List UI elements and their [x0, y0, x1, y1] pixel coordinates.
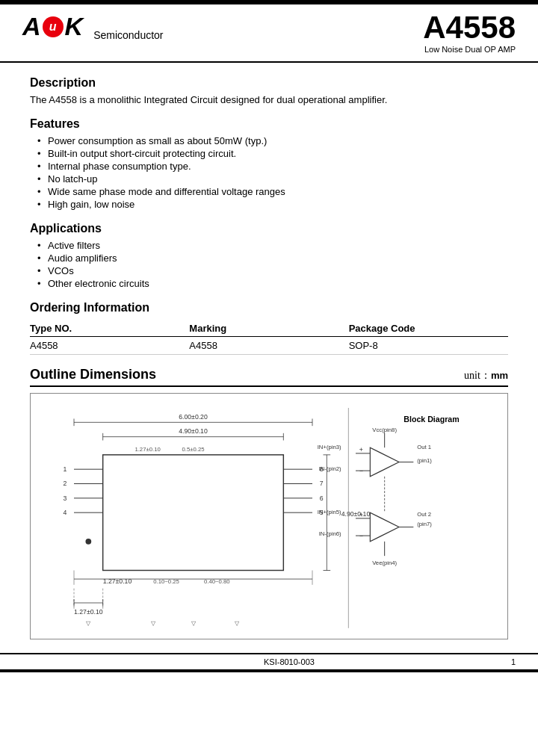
svg-text:Block Diagram: Block Diagram: [404, 415, 459, 424]
diagram-svg: 4.90±0.10 6.00±0.20 4.90±0.10 1.27±0.10: [31, 394, 507, 639]
svg-text:1.27±0.10: 1.27±0.10: [103, 577, 132, 585]
list-item: Built-in output short-circuit protecting…: [37, 148, 508, 159]
cell-package: SOP-8: [349, 337, 508, 355]
svg-text:Vee(pin4): Vee(pin4): [372, 560, 397, 566]
list-item: Wide same phase mode and differential vo…: [37, 186, 508, 197]
logo-letter-k: K: [65, 12, 84, 41]
footer: KSI-8010-003 1: [0, 653, 538, 669]
svg-text:−: −: [359, 532, 363, 539]
svg-text:▽: ▽: [151, 620, 156, 627]
svg-text:2: 2: [63, 480, 67, 487]
svg-text:1: 1: [63, 465, 67, 473]
svg-text:(pin7): (pin7): [417, 521, 432, 527]
features-list: Power consumption as small as about 50mW…: [30, 135, 508, 210]
applications-title: Applications: [30, 222, 508, 235]
svg-point-35: [85, 539, 91, 545]
svg-rect-0: [103, 455, 284, 571]
col-type: Type NO.: [30, 320, 189, 337]
logo-semiconductor: Semiconductor: [93, 29, 163, 41]
svg-text:Out 2: Out 2: [417, 511, 431, 518]
features-title: Features: [30, 117, 508, 131]
svg-text:IN-(pin6): IN-(pin6): [319, 530, 341, 537]
svg-text:IN+(pin3): IN+(pin3): [318, 444, 341, 450]
part-subtitle: Low Noise Dual OP AMP: [423, 45, 516, 54]
logo-letter-a: A: [22, 12, 41, 41]
diagram-box: 4.90±0.10 6.00±0.20 4.90±0.10 1.27±0.10: [30, 393, 508, 639]
bottom-border: [0, 669, 538, 672]
svg-text:Vcc(pin8): Vcc(pin8): [372, 427, 397, 433]
svg-text:IN+(pin5): IN+(pin5): [318, 509, 341, 515]
description-text: The A4558 is a monolithic Integrated Cir…: [30, 94, 508, 105]
part-number: A4558: [423, 12, 516, 43]
unit-label: unit：: [464, 370, 491, 381]
svg-text:0.10~0.25: 0.10~0.25: [153, 578, 179, 585]
svg-text:▽: ▽: [191, 620, 197, 627]
outline-header: Outline Dimensions unit：mm: [30, 367, 508, 387]
svg-text:IN-(pin2): IN-(pin2): [319, 465, 341, 472]
logo: A u K: [22, 12, 83, 41]
header: A u K Semiconductor A4558 Low Noise Dual…: [0, 4, 538, 63]
svg-text:4.90±0.10: 4.90±0.10: [179, 427, 208, 435]
svg-text:▽: ▽: [235, 620, 240, 627]
cell-type: A4558: [30, 337, 189, 355]
col-marking: Marking: [189, 320, 348, 337]
svg-text:7: 7: [320, 480, 324, 487]
list-item: Power consumption as small as about 50mW…: [37, 135, 508, 146]
svg-marker-42: [370, 447, 399, 477]
svg-marker-48: [370, 512, 399, 542]
list-item: Internal phase consumption type.: [37, 161, 508, 172]
svg-text:+: +: [359, 511, 363, 518]
svg-text:0.5±0.25: 0.5±0.25: [182, 446, 205, 453]
svg-text:0.40~0.80: 0.40~0.80: [204, 578, 230, 585]
table-row: A4558 A4558 SOP-8: [30, 337, 508, 355]
outline-section: Outline Dimensions unit：mm: [30, 367, 508, 639]
list-item: High gain, low noise: [37, 199, 508, 210]
ordering-title: Ordering Information: [30, 301, 508, 315]
svg-text:4: 4: [63, 509, 67, 516]
description-title: Description: [30, 76, 508, 90]
svg-text:+: +: [359, 446, 363, 453]
svg-text:(pin1): (pin1): [417, 457, 432, 464]
svg-text:6.00±0.20: 6.00±0.20: [179, 413, 208, 421]
list-item: Audio amplifiers: [37, 252, 508, 264]
svg-text:6: 6: [320, 495, 324, 502]
cell-marking: A4558: [189, 337, 348, 355]
header-right: A4558 Low Noise Dual OP AMP: [423, 12, 516, 54]
list-item: No latch-up: [37, 173, 508, 185]
svg-text:4.90±0.10: 4.90±0.10: [341, 510, 371, 518]
list-item: VCOs: [37, 265, 508, 276]
svg-text:Out 1: Out 1: [417, 444, 431, 450]
outline-title: Outline Dimensions: [30, 367, 156, 382]
applications-list: Active filters Audio amplifiers VCOs Oth…: [30, 240, 508, 289]
logo-circle: u: [43, 16, 64, 37]
ordering-table: Type NO. Marking Package Code A4558 A455…: [30, 320, 508, 355]
col-package: Package Code: [349, 320, 508, 337]
svg-text:1.27±0.10: 1.27±0.10: [134, 446, 160, 453]
svg-text:−: −: [359, 467, 363, 474]
list-item: Other electronic circuits: [37, 278, 508, 289]
list-item: Active filters: [37, 240, 508, 251]
svg-text:3: 3: [63, 495, 67, 502]
logo-area: A u K Semiconductor: [22, 12, 164, 41]
svg-text:1.27±0.10: 1.27±0.10: [74, 608, 103, 616]
svg-text:▽: ▽: [86, 620, 91, 627]
outline-unit: unit：mm: [464, 369, 508, 382]
footer-doc-number: KSI-8010-003: [67, 657, 511, 666]
footer-page: 1: [511, 657, 516, 666]
unit-value: mm: [491, 370, 508, 381]
main-content: Description The A4558 is a monolithic In…: [0, 63, 538, 647]
